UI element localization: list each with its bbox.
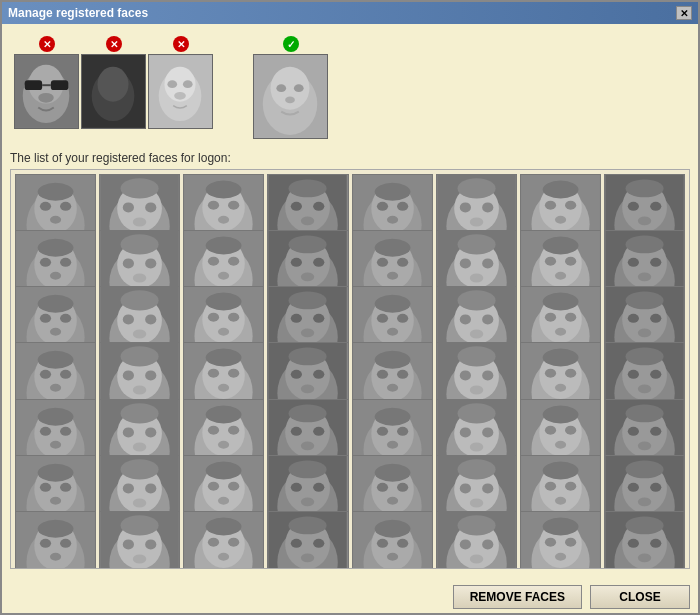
- grid-face-item[interactable]: [15, 511, 96, 568]
- svg-point-25: [40, 202, 51, 211]
- svg-point-56: [374, 183, 410, 201]
- svg-point-256: [123, 427, 134, 437]
- svg-point-180: [565, 313, 576, 322]
- svg-point-412: [638, 553, 651, 562]
- grid-face-item[interactable]: [604, 511, 685, 568]
- svg-point-54: [397, 202, 408, 211]
- svg-point-354: [628, 483, 639, 492]
- status-error-icon-1: ✕: [39, 36, 55, 52]
- svg-point-378: [206, 517, 242, 535]
- svg-point-103: [314, 258, 325, 267]
- svg-point-398: [469, 554, 482, 563]
- grid-face-item[interactable]: [520, 511, 601, 568]
- window-close-button[interactable]: ✕: [676, 6, 692, 20]
- svg-point-364: [38, 520, 74, 538]
- svg-point-70: [542, 181, 578, 199]
- svg-point-334: [397, 483, 408, 492]
- svg-point-229: [482, 371, 493, 381]
- svg-point-207: [208, 369, 219, 378]
- grid-face-item[interactable]: [436, 511, 517, 568]
- svg-point-361: [40, 539, 51, 548]
- top-section: ✕: [10, 32, 690, 143]
- status-error-icon-3: ✕: [173, 36, 189, 52]
- svg-point-49: [289, 179, 327, 197]
- svg-point-146: [133, 330, 146, 339]
- svg-point-174: [469, 330, 482, 339]
- svg-point-201: [145, 371, 156, 381]
- svg-point-271: [314, 426, 325, 435]
- svg-point-102: [291, 258, 302, 267]
- svg-point-84: [38, 239, 74, 257]
- svg-point-98: [206, 237, 242, 255]
- svg-rect-3: [25, 80, 42, 90]
- svg-point-306: [60, 483, 71, 492]
- svg-point-336: [374, 464, 410, 482]
- svg-point-404: [565, 538, 576, 547]
- svg-point-390: [397, 539, 408, 548]
- svg-point-89: [145, 259, 156, 269]
- svg-point-82: [60, 258, 71, 267]
- svg-point-236: [565, 369, 576, 378]
- svg-point-235: [545, 369, 556, 378]
- svg-point-123: [545, 257, 556, 266]
- faces-grid[interactable]: [11, 170, 689, 568]
- svg-point-76: [638, 216, 651, 225]
- svg-point-53: [376, 202, 387, 211]
- grid-face-item[interactable]: [99, 511, 180, 568]
- svg-point-238: [542, 349, 578, 367]
- main-window: Manage registered faces ✕ ✕: [0, 0, 700, 615]
- svg-point-406: [542, 517, 578, 535]
- svg-point-397: [482, 539, 493, 549]
- svg-point-112: [374, 239, 410, 257]
- svg-point-320: [228, 481, 239, 490]
- svg-point-90: [133, 274, 146, 283]
- svg-point-33: [145, 202, 156, 212]
- face-thumb-2: [81, 54, 146, 129]
- svg-point-173: [482, 315, 493, 325]
- grid-face-item[interactable]: [352, 511, 433, 568]
- svg-point-47: [314, 202, 325, 211]
- grid-face-item[interactable]: [267, 511, 348, 568]
- svg-point-362: [60, 539, 71, 548]
- svg-point-264: [228, 425, 239, 434]
- svg-point-200: [123, 371, 134, 381]
- svg-point-151: [208, 313, 219, 322]
- grid-face-item[interactable]: [183, 511, 264, 568]
- close-button[interactable]: CLOSE: [590, 585, 690, 609]
- svg-point-119: [457, 234, 495, 254]
- svg-point-202: [133, 386, 146, 395]
- svg-point-312: [123, 483, 134, 493]
- svg-point-27: [50, 216, 61, 224]
- svg-point-210: [206, 349, 242, 367]
- svg-point-9: [98, 67, 129, 102]
- svg-point-166: [397, 314, 408, 323]
- svg-point-61: [482, 202, 493, 212]
- svg-point-278: [397, 426, 408, 435]
- svg-point-124: [565, 257, 576, 266]
- svg-point-125: [555, 272, 566, 280]
- svg-point-410: [628, 539, 639, 548]
- svg-point-313: [145, 483, 156, 493]
- svg-point-217: [289, 348, 327, 366]
- svg-point-243: [650, 370, 661, 379]
- svg-point-242: [628, 370, 639, 379]
- remove-faces-button[interactable]: REMOVE FACES: [453, 585, 582, 609]
- svg-point-389: [376, 539, 387, 548]
- svg-point-154: [206, 293, 242, 311]
- svg-point-315: [121, 459, 159, 479]
- svg-point-62: [469, 217, 482, 226]
- svg-point-167: [386, 328, 397, 336]
- svg-point-272: [301, 441, 314, 450]
- svg-point-69: [555, 216, 566, 224]
- svg-point-357: [625, 460, 663, 478]
- good-faces-group: ✓: [253, 36, 328, 139]
- svg-point-111: [386, 272, 397, 280]
- face-thumb-good-1: [253, 54, 328, 139]
- svg-point-109: [376, 258, 387, 267]
- svg-point-67: [545, 201, 556, 210]
- content-area: ✕: [2, 24, 698, 577]
- svg-point-160: [301, 329, 314, 338]
- svg-point-249: [40, 426, 51, 435]
- svg-point-228: [459, 371, 470, 381]
- svg-point-376: [228, 538, 239, 547]
